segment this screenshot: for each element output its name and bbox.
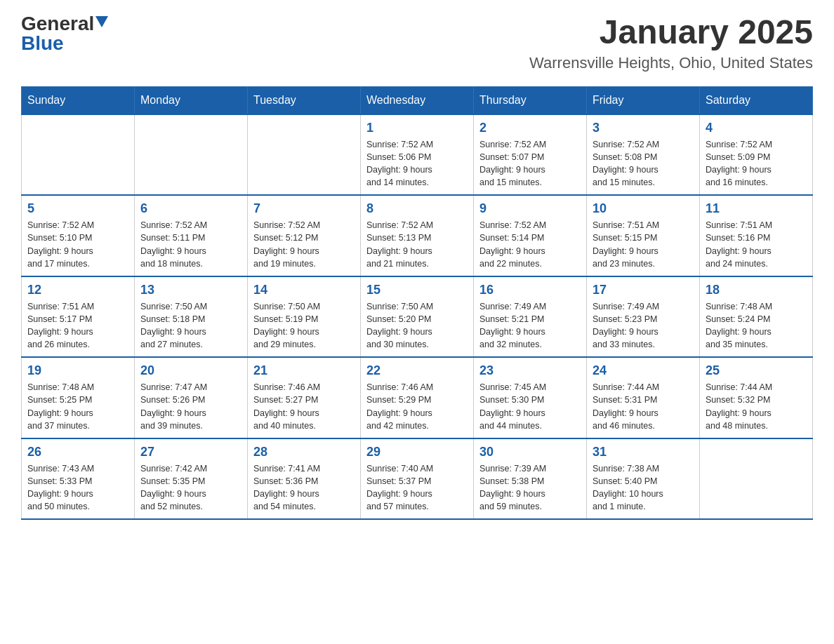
day-info: Sunrise: 7:52 AM Sunset: 5:13 PM Dayligh… xyxy=(366,219,468,270)
calendar-cell: 4Sunrise: 7:52 AM Sunset: 5:09 PM Daylig… xyxy=(700,114,813,196)
day-info: Sunrise: 7:50 AM Sunset: 5:18 PM Dayligh… xyxy=(140,300,241,351)
day-info: Sunrise: 7:52 AM Sunset: 5:09 PM Dayligh… xyxy=(706,138,807,189)
day-info: Sunrise: 7:44 AM Sunset: 5:31 PM Dayligh… xyxy=(593,381,694,432)
calendar-cell: 20Sunrise: 7:47 AM Sunset: 5:26 PM Dayli… xyxy=(135,357,248,438)
calendar-cell: 13Sunrise: 7:50 AM Sunset: 5:18 PM Dayli… xyxy=(135,276,248,358)
calendar-cell xyxy=(248,114,361,196)
day-number: 24 xyxy=(593,363,694,378)
day-number: 29 xyxy=(366,445,468,459)
day-info: Sunrise: 7:51 AM Sunset: 5:16 PM Dayligh… xyxy=(706,219,807,270)
day-number: 13 xyxy=(140,283,241,297)
calendar-header-saturday: Saturday xyxy=(700,86,813,114)
day-info: Sunrise: 7:49 AM Sunset: 5:23 PM Dayligh… xyxy=(593,300,694,351)
calendar-cell: 24Sunrise: 7:44 AM Sunset: 5:31 PM Dayli… xyxy=(587,357,700,438)
day-number: 16 xyxy=(479,283,581,297)
calendar-header-tuesday: Tuesday xyxy=(248,86,361,114)
day-info: Sunrise: 7:52 AM Sunset: 5:08 PM Dayligh… xyxy=(593,138,694,189)
calendar-cell: 21Sunrise: 7:46 AM Sunset: 5:27 PM Dayli… xyxy=(248,357,361,438)
day-number: 1 xyxy=(366,121,468,135)
calendar-header-monday: Monday xyxy=(135,86,248,114)
day-number: 18 xyxy=(706,283,807,297)
day-info: Sunrise: 7:51 AM Sunset: 5:17 PM Dayligh… xyxy=(27,300,128,351)
day-number: 5 xyxy=(27,201,128,216)
calendar-cell: 30Sunrise: 7:39 AM Sunset: 5:38 PM Dayli… xyxy=(474,438,587,520)
day-info: Sunrise: 7:45 AM Sunset: 5:30 PM Dayligh… xyxy=(479,381,581,432)
logo-general-text: General xyxy=(21,14,94,34)
logo: General Blue xyxy=(21,14,108,53)
day-info: Sunrise: 7:38 AM Sunset: 5:40 PM Dayligh… xyxy=(593,462,694,514)
calendar-cell: 14Sunrise: 7:50 AM Sunset: 5:19 PM Dayli… xyxy=(248,276,361,358)
calendar-cell: 5Sunrise: 7:52 AM Sunset: 5:10 PM Daylig… xyxy=(22,195,135,276)
day-number: 12 xyxy=(27,283,128,297)
day-number: 17 xyxy=(593,283,694,297)
calendar-cell: 6Sunrise: 7:52 AM Sunset: 5:11 PM Daylig… xyxy=(135,195,248,276)
calendar-table: SundayMondayTuesdayWednesdayThursdayFrid… xyxy=(21,86,813,521)
calendar-cell xyxy=(22,114,135,196)
calendar-cell: 31Sunrise: 7:38 AM Sunset: 5:40 PM Dayli… xyxy=(587,438,700,520)
day-info: Sunrise: 7:52 AM Sunset: 5:06 PM Dayligh… xyxy=(366,138,468,189)
day-info: Sunrise: 7:46 AM Sunset: 5:27 PM Dayligh… xyxy=(253,381,355,432)
day-number: 2 xyxy=(479,121,581,135)
day-number: 25 xyxy=(706,363,807,378)
calendar-week-3: 12Sunrise: 7:51 AM Sunset: 5:17 PM Dayli… xyxy=(22,276,813,358)
day-number: 9 xyxy=(479,201,581,216)
day-number: 22 xyxy=(366,363,468,378)
day-number: 6 xyxy=(140,201,241,216)
day-info: Sunrise: 7:39 AM Sunset: 5:38 PM Dayligh… xyxy=(479,462,581,514)
calendar-week-4: 19Sunrise: 7:48 AM Sunset: 5:25 PM Dayli… xyxy=(22,357,813,438)
title-section: January 2025 Warrensville Heights, Ohio,… xyxy=(529,14,813,72)
day-number: 27 xyxy=(140,445,241,459)
day-number: 11 xyxy=(706,201,807,216)
calendar-cell: 16Sunrise: 7:49 AM Sunset: 5:21 PM Dayli… xyxy=(474,276,587,358)
day-number: 23 xyxy=(479,363,581,378)
day-number: 3 xyxy=(593,121,694,135)
calendar-cell: 27Sunrise: 7:42 AM Sunset: 5:35 PM Dayli… xyxy=(135,438,248,520)
calendar-week-1: 1Sunrise: 7:52 AM Sunset: 5:06 PM Daylig… xyxy=(22,114,813,196)
day-number: 20 xyxy=(140,363,241,378)
page-header: General Blue January 2025 Warrensville H… xyxy=(21,14,813,72)
calendar-cell: 29Sunrise: 7:40 AM Sunset: 5:37 PM Dayli… xyxy=(361,438,474,520)
calendar-cell: 12Sunrise: 7:51 AM Sunset: 5:17 PM Dayli… xyxy=(22,276,135,358)
day-info: Sunrise: 7:50 AM Sunset: 5:19 PM Dayligh… xyxy=(253,300,355,351)
svg-marker-0 xyxy=(95,16,108,27)
calendar-header-sunday: Sunday xyxy=(22,86,135,114)
day-info: Sunrise: 7:52 AM Sunset: 5:12 PM Dayligh… xyxy=(253,219,355,270)
calendar-header-friday: Friday xyxy=(587,86,700,114)
day-info: Sunrise: 7:48 AM Sunset: 5:24 PM Dayligh… xyxy=(706,300,807,351)
day-number: 28 xyxy=(253,445,355,459)
day-info: Sunrise: 7:50 AM Sunset: 5:20 PM Dayligh… xyxy=(366,300,468,351)
day-number: 15 xyxy=(366,283,468,297)
day-info: Sunrise: 7:47 AM Sunset: 5:26 PM Dayligh… xyxy=(140,381,241,432)
day-number: 8 xyxy=(366,201,468,216)
day-info: Sunrise: 7:52 AM Sunset: 5:07 PM Dayligh… xyxy=(479,138,581,189)
day-info: Sunrise: 7:51 AM Sunset: 5:15 PM Dayligh… xyxy=(593,219,694,270)
day-number: 4 xyxy=(706,121,807,135)
calendar-cell: 19Sunrise: 7:48 AM Sunset: 5:25 PM Dayli… xyxy=(22,357,135,438)
calendar-header-wednesday: Wednesday xyxy=(361,86,474,114)
day-info: Sunrise: 7:48 AM Sunset: 5:25 PM Dayligh… xyxy=(27,381,128,432)
day-info: Sunrise: 7:52 AM Sunset: 5:10 PM Dayligh… xyxy=(27,219,128,270)
calendar-header-thursday: Thursday xyxy=(474,86,587,114)
logo-arrow-icon xyxy=(95,16,108,29)
calendar-cell xyxy=(135,114,248,196)
day-info: Sunrise: 7:49 AM Sunset: 5:21 PM Dayligh… xyxy=(479,300,581,351)
day-info: Sunrise: 7:42 AM Sunset: 5:35 PM Dayligh… xyxy=(140,462,241,514)
calendar-cell: 17Sunrise: 7:49 AM Sunset: 5:23 PM Dayli… xyxy=(587,276,700,358)
calendar-cell: 8Sunrise: 7:52 AM Sunset: 5:13 PM Daylig… xyxy=(361,195,474,276)
calendar-cell: 22Sunrise: 7:46 AM Sunset: 5:29 PM Dayli… xyxy=(361,357,474,438)
day-info: Sunrise: 7:52 AM Sunset: 5:14 PM Dayligh… xyxy=(479,219,581,270)
calendar-cell: 2Sunrise: 7:52 AM Sunset: 5:07 PM Daylig… xyxy=(474,114,587,196)
day-info: Sunrise: 7:43 AM Sunset: 5:33 PM Dayligh… xyxy=(27,462,128,514)
day-number: 31 xyxy=(593,445,694,459)
calendar-cell: 1Sunrise: 7:52 AM Sunset: 5:06 PM Daylig… xyxy=(361,114,474,196)
calendar-week-2: 5Sunrise: 7:52 AM Sunset: 5:10 PM Daylig… xyxy=(22,195,813,276)
calendar-cell xyxy=(700,438,813,520)
day-number: 10 xyxy=(593,201,694,216)
calendar-cell: 25Sunrise: 7:44 AM Sunset: 5:32 PM Dayli… xyxy=(700,357,813,438)
calendar-cell: 10Sunrise: 7:51 AM Sunset: 5:15 PM Dayli… xyxy=(587,195,700,276)
calendar-cell: 9Sunrise: 7:52 AM Sunset: 5:14 PM Daylig… xyxy=(474,195,587,276)
month-title: January 2025 xyxy=(529,14,813,51)
calendar-header-row: SundayMondayTuesdayWednesdayThursdayFrid… xyxy=(22,86,813,114)
day-info: Sunrise: 7:52 AM Sunset: 5:11 PM Dayligh… xyxy=(140,219,241,270)
day-number: 7 xyxy=(253,201,355,216)
